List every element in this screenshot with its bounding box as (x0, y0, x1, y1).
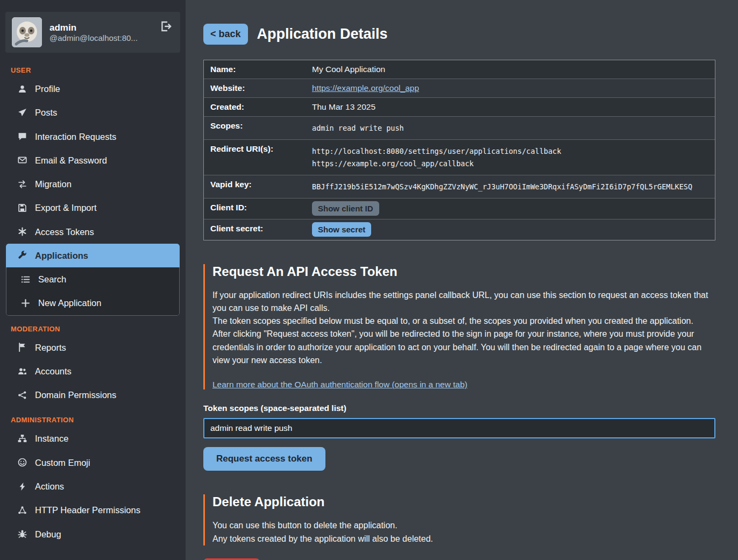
sidebar-item-export-import[interactable]: Export & Import (0, 196, 186, 219)
token-form: Token scopes (space-separated list) Requ… (203, 403, 715, 471)
section-title: Request An API Access Token (212, 264, 715, 279)
show-client-id-button[interactable]: Show client ID (312, 201, 379, 216)
sidebar-section-moderation: MODERATION (0, 316, 186, 336)
redirect-uri-1: http://localhost:8080/settings/user/appl… (312, 145, 561, 158)
delete-paragraph-1: You can use this button to delete the ap… (212, 519, 715, 532)
detail-label: Client ID: (204, 199, 306, 217)
sidebar-item-http-header-permissions[interactable]: HTTP Header Permissions (0, 498, 186, 522)
user-name: admin (49, 23, 138, 33)
token-paragraph-3: After clicking "Request access token", y… (212, 328, 715, 367)
sidebar-item-label: Debug (35, 528, 61, 540)
plus-icon (21, 299, 30, 308)
section-title: Delete Application (212, 494, 715, 509)
asterisk-icon (18, 227, 27, 236)
comment-icon (18, 132, 27, 141)
token-paragraph-1: If your application redirect URIs includ… (212, 289, 715, 315)
sidebar-item-label: New Application (38, 297, 101, 309)
sidebar-item-applications[interactable]: Applications (6, 244, 180, 267)
website-link[interactable]: https://example.org/cool_app (312, 83, 419, 93)
detail-row-website: Website: https://example.org/cool_app (204, 79, 715, 98)
sidebar-item-label: Search (38, 273, 66, 285)
request-token-section: Request An API Access Token If your appl… (203, 264, 715, 471)
sidebar-item-label: Custom Emoji (35, 457, 90, 469)
delete-intro: Delete Application You can use this butt… (203, 494, 715, 545)
token-scopes-input[interactable] (203, 418, 715, 438)
sidebar-item-label: HTTP Header Permissions (35, 504, 140, 516)
migration-arrows-icon (18, 180, 27, 189)
sidebar-item-label: Reports (35, 342, 66, 353)
user-icon (18, 84, 27, 94)
sidebar-item-posts[interactable]: Posts (0, 101, 186, 124)
sidebar-item-migration[interactable]: Migration (0, 172, 186, 196)
avatar (12, 17, 42, 47)
sidebar-item-label: Applications (35, 250, 88, 261)
sidebar-item-domain-permissions[interactable]: Domain Permissions (0, 383, 186, 407)
detail-value: https://example.org/cool_app (306, 79, 425, 97)
sidebar: admin @admin@localhost:80... USER Profil… (0, 0, 186, 560)
list-icon (21, 275, 30, 284)
sidebar-item-actions[interactable]: Actions (0, 474, 186, 498)
share-nodes-icon (18, 391, 27, 400)
detail-row-name: Name: My Cool Application (204, 60, 715, 79)
detail-label: Name: (204, 60, 306, 79)
detail-value: My Cool Application (306, 60, 392, 79)
sidebar-item-label: Email & Password (35, 154, 107, 166)
detail-row-client-id: Client ID: Show client ID (204, 199, 715, 219)
sidebar-item-applications-search[interactable]: Search (6, 267, 179, 291)
sidebar-item-new-application[interactable]: New Application (6, 291, 179, 315)
oauth-docs-link[interactable]: Learn more about the OAuth authenticatio… (212, 380, 467, 389)
main-panel: < back Application Details Name: My Cool… (186, 0, 738, 560)
detail-label: Vapid key: (204, 175, 306, 194)
page-header: < back Application Details (203, 24, 715, 45)
sitemap-icon (18, 434, 27, 443)
request-access-token-button[interactable]: Request access token (203, 447, 325, 471)
paper-plane-icon (18, 108, 27, 117)
smiley-icon (18, 458, 27, 467)
detail-value: admin read write push (306, 117, 410, 139)
detail-value: BBJffJ219b5iE512m7wQSzv4KgKDhgZZVzNyWC_r… (306, 175, 699, 198)
sidebar-section-administration: ADMINISTRATION (0, 407, 186, 427)
sidebar-item-label: Migration (35, 178, 72, 190)
detail-label: Redirect URI(s): (204, 140, 306, 158)
applications-subnav: Search New Application (6, 267, 180, 316)
sidebar-item-label: Actions (35, 480, 64, 492)
flag-icon (18, 343, 27, 352)
detail-label: Website: (204, 79, 306, 97)
sidebar-item-accounts[interactable]: Accounts (0, 359, 186, 383)
detail-row-client-secret: Client secret: Show secret (204, 219, 715, 240)
sidebar-item-label: Profile (35, 83, 60, 95)
sidebar-item-debug[interactable]: Debug (0, 522, 186, 546)
detail-label: Created: (204, 98, 306, 116)
users-icon (18, 367, 27, 376)
sidebar-item-email-password[interactable]: Email & Password (0, 148, 186, 172)
sidebar-item-label: Accounts (35, 365, 72, 377)
request-token-intro: Request An API Access Token If your appl… (203, 264, 715, 390)
sidebar-item-label: Domain Permissions (35, 389, 116, 401)
sidebar-item-label: Export & Import (35, 202, 97, 214)
page-title: Application Details (257, 26, 388, 42)
detail-value: Show client ID (306, 199, 386, 219)
floppy-icon (18, 203, 27, 212)
sidebar-item-label: Instance (35, 433, 68, 444)
sidebar-item-profile[interactable]: Profile (0, 77, 186, 101)
bolt-icon (18, 482, 27, 491)
network-icon (18, 506, 27, 515)
redirect-uri-2: https://example.org/cool_app/callback (312, 158, 561, 171)
sidebar-item-custom-emoji[interactable]: Custom Emoji (0, 451, 186, 474)
bug-icon (18, 529, 27, 538)
sloth-avatar (12, 17, 42, 47)
back-button[interactable]: < back (203, 24, 248, 45)
logout-icon[interactable] (160, 20, 172, 34)
detail-row-redirect-uris: Redirect URI(s): http://localhost:8080/s… (204, 140, 715, 175)
detail-label: Scopes: (204, 117, 306, 135)
delete-application-section: Delete Application You can use this butt… (203, 494, 715, 560)
sidebar-item-interaction-requests[interactable]: Interaction Requests (0, 125, 186, 148)
sidebar-item-instance[interactable]: Instance (0, 427, 186, 450)
sidebar-item-reports[interactable]: Reports (0, 336, 186, 359)
token-scopes-label: Token scopes (space-separated list) (203, 403, 715, 413)
detail-row-vapid-key: Vapid key: BBJffJ219b5iE512m7wQSzv4KgKDh… (204, 175, 715, 199)
wrench-icon (18, 251, 27, 260)
user-card[interactable]: admin @admin@localhost:80... (5, 12, 180, 53)
show-secret-button[interactable]: Show secret (312, 222, 371, 237)
sidebar-item-access-tokens[interactable]: Access Tokens (0, 220, 186, 244)
